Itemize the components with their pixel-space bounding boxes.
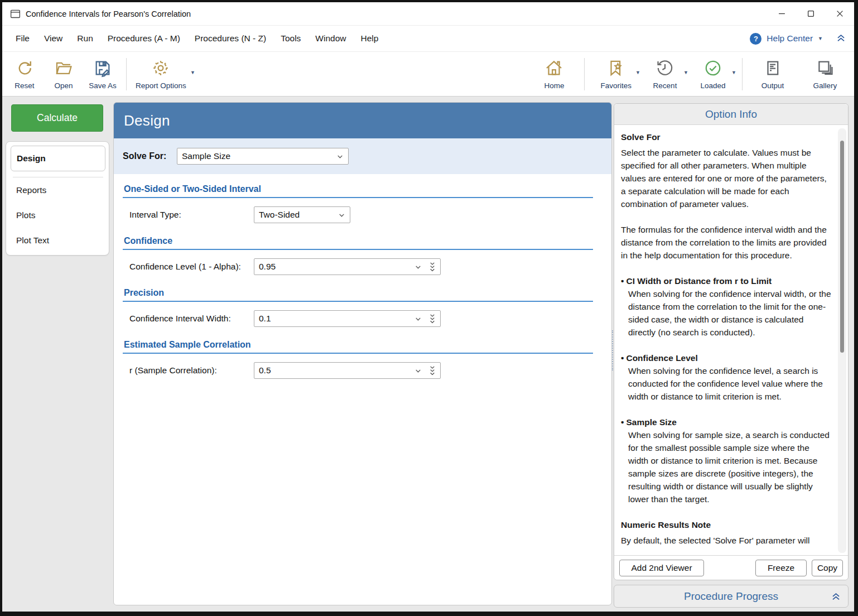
menu-procedures-a-m[interactable]: Procedures (A - M) — [100, 30, 187, 47]
report-options-button[interactable]: Report Options ▼ — [136, 59, 186, 90]
chevron-down-icon — [336, 153, 344, 160]
maximize-button[interactable] — [796, 2, 825, 25]
design-panel: Design Solve For: Sample Size One-Sided … — [113, 102, 612, 605]
copy-button[interactable]: Copy — [812, 560, 843, 576]
option-info-body: Solve For Select the parameter to calcul… — [614, 126, 836, 555]
favorites-button[interactable]: Favorites ▼ — [600, 59, 632, 90]
title-bar: Confidence Intervals for Pearson's Corre… — [2, 2, 854, 26]
panel-splitter[interactable] — [612, 330, 613, 370]
help-center-caret-icon[interactable]: ▼ — [818, 36, 823, 41]
solve-for-select[interactable]: Sample Size — [177, 148, 349, 165]
sidebar-tab-list: Design Reports Plots Plot Text — [6, 141, 109, 256]
info-bullet-confidence-level: •Confidence Level When solving for the c… — [621, 352, 831, 403]
loaded-button[interactable]: Loaded ▼ — [698, 59, 727, 90]
scrollbar-thumb[interactable] — [840, 141, 844, 353]
info-bullet-ci-width: •CI Width or Distance from r to Limit Wh… — [621, 275, 831, 339]
option-info-footer: Add 2nd Viewer Freeze Copy — [614, 555, 848, 580]
expand-values-icon — [429, 262, 436, 272]
menu-file[interactable]: File — [8, 30, 37, 47]
reset-icon — [15, 59, 34, 80]
option-info-scrollbar[interactable] — [838, 128, 846, 553]
expand-values-icon — [429, 365, 436, 376]
info-bullet-sample-size: •Sample Size When solving for sample siz… — [621, 416, 831, 506]
chevron-down-icon — [338, 211, 345, 219]
menu-window[interactable]: Window — [308, 30, 353, 47]
report-options-caret-icon[interactable]: ▼ — [190, 70, 195, 75]
recent-button[interactable]: Recent ▼ — [650, 59, 679, 90]
gallery-button[interactable]: Gallery — [811, 59, 840, 90]
expand-values-icon — [429, 314, 436, 324]
section-title-confidence: Confidence — [123, 236, 593, 246]
calculate-button[interactable]: Calculate — [11, 104, 103, 132]
application-window: Confidence Intervals for Pearson's Corre… — [2, 2, 854, 612]
info-paragraph: Select the parameter to calculate. Value… — [621, 146, 831, 210]
section-rule — [123, 197, 593, 198]
sidebar-tab-design[interactable]: Design — [11, 146, 105, 171]
menu-run[interactable]: Run — [70, 30, 100, 47]
sidebar-tab-reports[interactable]: Reports — [6, 177, 109, 203]
recent-caret-icon[interactable]: ▼ — [683, 70, 688, 75]
window-icon — [9, 8, 21, 20]
sample-correlation-label: r (Sample Correlation): — [129, 365, 254, 376]
help-icon: ? — [750, 33, 761, 45]
section-title-correlation: Estimated Sample Correlation — [123, 340, 593, 350]
minimize-button[interactable] — [767, 2, 796, 25]
menu-view[interactable]: View — [37, 30, 70, 47]
favorites-caret-icon[interactable]: ▼ — [635, 70, 640, 75]
option-info-title: Option Info — [614, 104, 848, 125]
clock-icon — [655, 59, 674, 80]
folder-icon — [54, 59, 73, 80]
loaded-caret-icon[interactable]: ▼ — [731, 70, 736, 75]
gear-icon — [151, 59, 170, 80]
section-rule — [123, 301, 593, 302]
sample-correlation-combo[interactable]: 0.5 — [254, 362, 441, 379]
menu-tools[interactable]: Tools — [273, 30, 308, 47]
option-info-panel: Option Info Solve For Select the paramet… — [614, 103, 849, 580]
interval-type-select[interactable]: Two-Sided — [254, 206, 350, 223]
floppy-pencil-icon — [93, 59, 112, 80]
add-2nd-viewer-button[interactable]: Add 2nd Viewer — [619, 560, 704, 576]
menu-help[interactable]: Help — [353, 30, 385, 47]
confidence-level-combo[interactable]: 0.95 — [254, 258, 441, 275]
sidebar-tab-plots[interactable]: Plots — [6, 203, 109, 228]
check-circle-icon — [703, 59, 722, 80]
home-button[interactable]: Home — [539, 59, 568, 90]
collapse-toolbar-icon[interactable] — [836, 32, 846, 45]
ci-width-label: Confidence Interval Width: — [129, 314, 254, 324]
solve-for-label: Solve For: — [123, 151, 177, 161]
help-center-link[interactable]: Help Center — [767, 33, 813, 44]
info-heading-numeric-note: Numeric Results Note — [621, 518, 831, 531]
info-note-text: By default, the selected 'Solve For' par… — [621, 534, 831, 547]
expand-progress-icon[interactable] — [831, 591, 841, 604]
window-title: Confidence Intervals for Pearson's Corre… — [26, 9, 191, 18]
chevron-down-icon — [414, 263, 422, 271]
info-paragraph: The formulas for the confidence interval… — [621, 223, 831, 262]
sidebar-tab-plot-text[interactable]: Plot Text — [6, 228, 109, 253]
menu-bar: File View Run Procedures (A - M) Procedu… — [2, 26, 854, 51]
confidence-level-label: Confidence Level (1 - Alpha): — [129, 262, 254, 272]
section-title-precision: Precision — [123, 288, 593, 298]
procedure-progress-bar[interactable]: Procedure Progress — [614, 585, 849, 608]
output-button[interactable]: Output — [758, 59, 787, 90]
interval-type-label: Interval Type: — [129, 210, 254, 220]
section-rule — [123, 353, 593, 354]
section-rule — [123, 249, 593, 250]
section-title-interval: One-Sided or Two-Sided Interval — [123, 184, 593, 194]
info-heading-solve-for: Solve For — [621, 131, 831, 143]
house-icon — [544, 59, 563, 80]
bookmark-star-icon — [606, 59, 625, 80]
close-button[interactable] — [825, 2, 854, 25]
procedure-progress-title: Procedure Progress — [684, 590, 778, 603]
stacked-pages-icon — [816, 59, 835, 80]
chevron-down-icon — [414, 315, 422, 323]
open-button[interactable]: Open — [49, 59, 78, 90]
toolbar: Reset Open Save As Report Options ▼ — [2, 51, 854, 97]
chevron-down-icon — [414, 367, 422, 374]
save-as-button[interactable]: Save As — [88, 59, 117, 90]
freeze-button[interactable]: Freeze — [755, 560, 807, 576]
document-icon — [763, 59, 782, 80]
menu-procedures-n-z[interactable]: Procedures (N - Z) — [187, 30, 273, 47]
ci-width-combo[interactable]: 0.1 — [254, 310, 441, 327]
design-panel-title: Design — [114, 103, 611, 138]
reset-button[interactable]: Reset — [10, 59, 39, 90]
